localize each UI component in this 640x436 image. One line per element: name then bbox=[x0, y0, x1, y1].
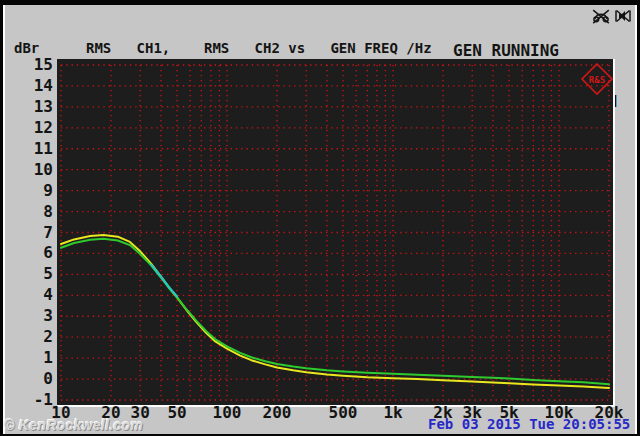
rs-logo-icon: R&S bbox=[582, 64, 612, 94]
y-tick-label: 4 bbox=[11, 286, 53, 304]
x-tick-label: 200 bbox=[245, 405, 309, 421]
datetime-display: Feb 03 2015 Tue 20:05:55 bbox=[428, 416, 630, 432]
y-tick-label: 7 bbox=[11, 224, 53, 242]
y-tick-label: 2 bbox=[11, 328, 53, 346]
y-tick-label: 8 bbox=[11, 203, 53, 221]
y-tick-label: 5 bbox=[11, 265, 53, 283]
y-tick-label: 6 bbox=[11, 244, 53, 262]
y-axis-unit-label: dBr bbox=[14, 40, 39, 56]
analyzer-screen: GEN RUNNING ANL 1:TERM 2:TERM SWP TERMIN… bbox=[0, 0, 640, 436]
y-tick-label: 13 bbox=[11, 98, 53, 116]
y-tick-label: 1 bbox=[11, 349, 53, 367]
y-tick-label: 0 bbox=[11, 370, 53, 388]
trace-header: RMS CH1, RMS CH2 vs GEN FREQ /Hz bbox=[86, 40, 432, 56]
status-generator: GEN RUNNING bbox=[453, 42, 617, 59]
y-tick-label: 9 bbox=[11, 182, 53, 200]
output-mute-indicators bbox=[592, 7, 632, 25]
chart: R&S bbox=[57, 59, 613, 405]
watermark: © KenRockwell.com bbox=[4, 417, 143, 433]
y-tick-label: 10 bbox=[11, 161, 53, 179]
grid-lines bbox=[61, 65, 609, 400]
rs-logo-text: R&S bbox=[589, 75, 605, 85]
plot-area: R&S bbox=[57, 59, 615, 407]
muted-speaker-icon bbox=[614, 7, 632, 25]
y-tick-label: 3 bbox=[11, 307, 53, 325]
y-tick-label: 11 bbox=[11, 140, 53, 158]
y-tick-label: 12 bbox=[11, 119, 53, 137]
muted-headphones-icon bbox=[592, 7, 610, 25]
y-tick-label: 15 bbox=[11, 56, 53, 74]
y-tick-label: 14 bbox=[11, 77, 53, 95]
measurement-traces bbox=[61, 235, 609, 388]
